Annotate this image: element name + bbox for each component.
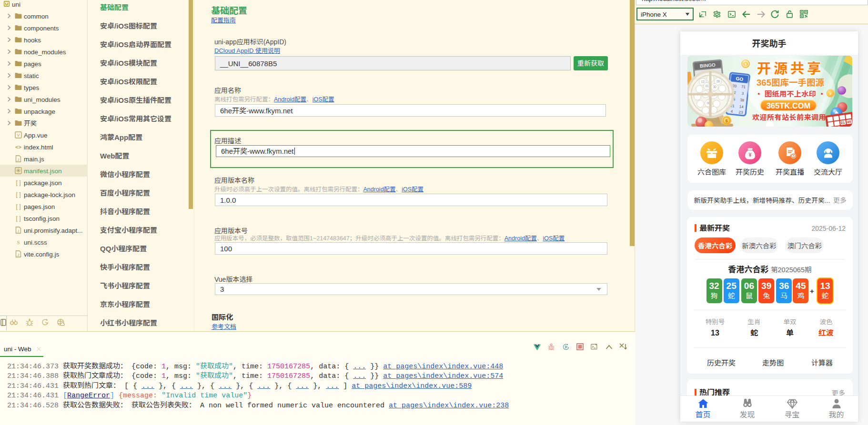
svg-text:J: J xyxy=(18,253,20,257)
svg-text:J: J xyxy=(18,229,20,233)
svg-text:28: 28 xyxy=(716,79,720,83)
svg-text:$: $ xyxy=(725,119,727,123)
svg-text:38: 38 xyxy=(740,98,745,103)
svg-text:S: S xyxy=(17,239,20,245)
svg-text:14: 14 xyxy=(739,104,744,109)
svg-text:V: V xyxy=(17,133,20,138)
svg-text:23: 23 xyxy=(738,110,743,115)
svg-text:[ ]: [ ] xyxy=(16,179,20,186)
svg-text:[ ]: [ ] xyxy=(16,215,20,222)
svg-text:[ ]: [ ] xyxy=(16,191,20,198)
svg-text:¥: ¥ xyxy=(749,152,752,158)
svg-text:[ ]: [ ] xyxy=(16,203,20,210)
svg-text:<>: <> xyxy=(15,144,21,150)
svg-text:30: 30 xyxy=(713,85,717,89)
svg-text:33: 33 xyxy=(835,126,840,127)
svg-text:13: 13 xyxy=(701,80,705,83)
svg-text:J: J xyxy=(18,158,20,162)
svg-text:01: 01 xyxy=(705,84,709,88)
